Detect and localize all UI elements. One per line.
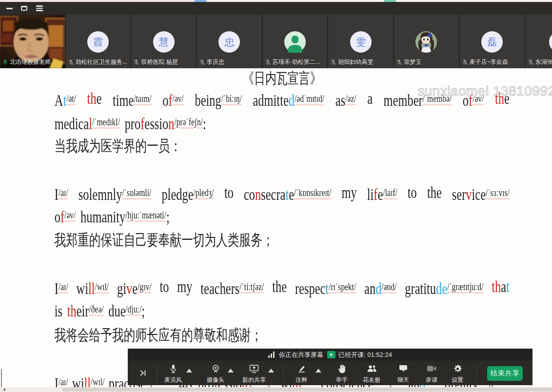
phonetic-annotation: /gɪv/ bbox=[138, 281, 152, 293]
participant-tile[interactable]: 东湖张 bbox=[526, 15, 552, 68]
webcam-icon bbox=[211, 364, 220, 373]
toolbar-button-people[interactable]: 花名册 bbox=[358, 362, 385, 384]
word-token: consecrate/ˈkɒnsɪkreɪt/ bbox=[244, 185, 331, 203]
word-token: is bbox=[55, 302, 62, 320]
avatar: 慧 bbox=[153, 31, 175, 53]
watermark: sunxiaomei 138109922 bbox=[417, 83, 552, 99]
participant-name: 东湖张 bbox=[528, 58, 552, 66]
word-token: of/əv/ bbox=[162, 91, 184, 109]
phonetic-annotation: /əv/ bbox=[64, 209, 76, 221]
word-token: to bbox=[159, 279, 169, 297]
horizontal-scrollbar[interactable] bbox=[0, 387, 552, 392]
toolbar-button-chat[interactable]: 聊天 bbox=[390, 362, 416, 384]
word-token: admitted/ədˈmɪtɪd/ bbox=[253, 91, 325, 109]
toolbar-button-label: 录课 bbox=[426, 377, 437, 383]
toolbar-button-mic[interactable]: 麦克风 bbox=[160, 362, 186, 384]
scrollbar-thumb[interactable] bbox=[62, 388, 552, 392]
phonetic-annotation: /ˈbiːɪŋ/ bbox=[221, 93, 242, 104]
word-token: life/laɪf/ bbox=[367, 185, 397, 203]
participant-tile[interactable]: 苏瑾禾-劲松第二... bbox=[263, 15, 329, 68]
phonetic-annotation: /aɪ/ bbox=[59, 187, 68, 198]
participant-name-text: 朝阳妇幼高雯 bbox=[338, 58, 373, 66]
mic-muted-icon bbox=[199, 59, 205, 65]
phonetic-annotation: /aɪ/ bbox=[59, 281, 68, 293]
document-line-english: I/aɪ/will/wɪl/give/gɪv/tomyteachers/ˈtiː… bbox=[55, 279, 510, 297]
toolbar-button-webcam[interactable]: 摄像头 bbox=[202, 362, 229, 384]
participant-tile[interactable]: 磊麦子店~李金磊 bbox=[460, 15, 526, 68]
participant-tile[interactable]: 雷梦玉 bbox=[394, 15, 460, 68]
dropdown-arrow-share[interactable] bbox=[268, 369, 274, 372]
word-token: as/əz/ bbox=[335, 91, 356, 109]
phonetic-annotation: /ˈtiːtʃəz/ bbox=[239, 281, 264, 293]
toolbar-button-pen[interactable]: 注释 bbox=[288, 362, 315, 384]
phonetic-annotation: /pledʒ/ bbox=[194, 187, 214, 198]
toolbar-button-label: 麦克风 bbox=[164, 377, 182, 383]
phonetic-annotation: /ˈsɒləmli/ bbox=[122, 187, 151, 198]
word-token: profession/prəˈfeʃn/: bbox=[125, 115, 206, 133]
dropdown-arrow-webcam[interactable] bbox=[228, 369, 234, 372]
word-token: being/ˈbiːɪŋ/ bbox=[195, 91, 241, 109]
document-line-chinese: 当我成为医学界的一员： bbox=[55, 138, 510, 154]
word-token: solemnly/ˈsɒləmli/ bbox=[79, 185, 151, 203]
menu-icon bbox=[36, 5, 43, 11]
word-token: medical/ˈmedɪkl/ bbox=[55, 115, 120, 133]
dropdown-arrow-mic[interactable] bbox=[186, 369, 192, 372]
phonetic-annotation: /əv/ bbox=[173, 93, 184, 104]
participant-name: 北语继教康老师 bbox=[2, 58, 51, 66]
anime-avatar bbox=[415, 31, 437, 53]
participant-name-text: 双桥医院 杨慧 bbox=[141, 58, 177, 66]
gear-icon bbox=[453, 364, 462, 373]
participant-tile[interactable]: 霞劲松社区卫生服务... bbox=[66, 15, 132, 68]
minimize-icon bbox=[6, 8, 13, 9]
word-token: due/djuː/; bbox=[108, 302, 145, 320]
pen-icon bbox=[297, 364, 306, 373]
participant-tile[interactable]: 慧双桥医院 杨慧 bbox=[131, 15, 197, 68]
phonetic-annotation: /wɪl/ bbox=[91, 376, 105, 388]
participant-tile[interactable]: 北语继教康老师 bbox=[0, 15, 66, 68]
people-icon bbox=[367, 364, 377, 373]
avatar: 磊 bbox=[481, 31, 503, 53]
toolbar-button-label: 花名册 bbox=[363, 377, 380, 383]
toolbar-button-gear[interactable]: 设置 bbox=[444, 362, 471, 384]
document-line-english: istheir/ðeə/due/djuː/; bbox=[55, 301, 510, 319]
document-line-chinese: 我将会给予我的师长应有的尊敬和感谢； bbox=[55, 327, 510, 343]
dropdown-arrow-pen[interactable] bbox=[315, 369, 321, 372]
minimize-button[interactable] bbox=[4, 2, 14, 15]
phonetic-annotation: /aɪ/ bbox=[59, 376, 68, 388]
word-token: I/aɪ/ bbox=[55, 185, 68, 203]
word-token: give/gɪv/ bbox=[117, 279, 152, 297]
phonetic-annotation: /taɪm/ bbox=[134, 93, 151, 104]
scrollbar-left-arrow[interactable] bbox=[3, 388, 5, 391]
phonetic-annotation: /prəˈfeʃn/ bbox=[174, 116, 203, 128]
toolbar-button-share[interactable]: 新的共享 bbox=[241, 362, 267, 384]
word-token: a bbox=[367, 91, 373, 109]
toolbar-button-hand[interactable]: 举手 bbox=[329, 362, 355, 384]
maximize-button[interactable] bbox=[19, 2, 29, 15]
shared-document: 《日内瓦宣言》 At/ət/thetime/taɪm/of/əv/being/ˈ… bbox=[0, 68, 552, 392]
mic-muted-icon bbox=[133, 59, 139, 65]
toolbar-divider bbox=[476, 366, 477, 381]
participant-strip: 北语继教康老师霞劲松社区卫生服务...慧双桥医院 杨慧忠李庆忠苏瑾禾-劲松第二.… bbox=[0, 15, 552, 68]
toolbar-button-record[interactable]: 录课 bbox=[418, 362, 445, 384]
word-token: my bbox=[341, 185, 356, 203]
participant-name-text: 东湖张 bbox=[535, 58, 552, 66]
end-share-button[interactable]: 结束共享 bbox=[487, 366, 523, 381]
toolbar-button-label: 摄像头 bbox=[207, 377, 224, 383]
word-token: humanity/hjuːˈmænəti/; bbox=[80, 208, 170, 226]
phonetic-annotation: /laɪf/ bbox=[383, 187, 397, 198]
word-token: my bbox=[177, 279, 192, 297]
toolbar-divider bbox=[157, 366, 158, 381]
collapse-toolbar-button[interactable] bbox=[137, 367, 149, 379]
participant-tile[interactable]: 雯朝阳妇幼高雯 bbox=[328, 15, 394, 68]
word-token: I/aɪ/ bbox=[55, 279, 68, 297]
word-token: the bbox=[272, 279, 287, 297]
menu-button[interactable] bbox=[35, 2, 44, 15]
phonetic-annotation: /ət/ bbox=[66, 93, 76, 104]
avatar: 霞 bbox=[87, 31, 109, 53]
participant-tile[interactable]: 忠李庆忠 bbox=[197, 15, 263, 68]
participant-name: 双桥医院 杨慧 bbox=[133, 58, 177, 66]
word-token: pledge/pledʒ/ bbox=[161, 185, 214, 203]
hand-icon bbox=[338, 364, 346, 373]
document-line-english: medical/ˈmedɪkl/profession/prəˈfeʃn/: bbox=[55, 114, 510, 132]
word-token: of/əv/ bbox=[55, 208, 76, 226]
